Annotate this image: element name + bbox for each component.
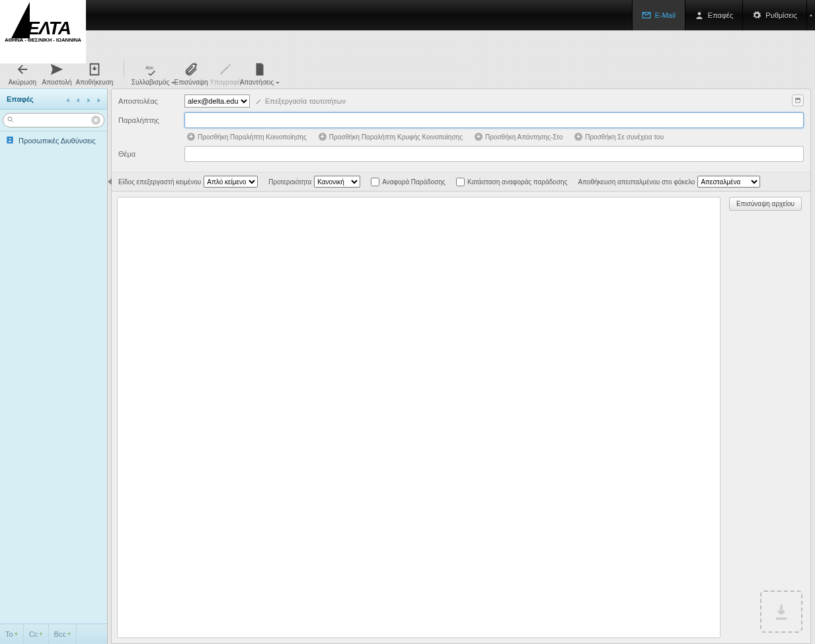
page-last-icon[interactable]: [95, 95, 103, 103]
save-sent-select[interactable]: Απεσταλμένα: [697, 176, 760, 188]
responses-button[interactable]: Απαντήσεις: [243, 61, 276, 89]
attachments-panel: Επισύναψη αρχείου: [726, 197, 805, 638]
svg-text:Abc: Abc: [145, 65, 154, 71]
subject-label: Θέμα: [118, 150, 184, 158]
compose-options-bar: Είδος επεξεργαστή κειμένου Απλό κείμενο …: [112, 172, 810, 192]
svg-text:+: +: [194, 62, 198, 68]
edit-identities-link[interactable]: Επεξεργασία ταυτοτήτων: [255, 97, 346, 105]
back-arrow-icon: [13, 61, 32, 77]
sidebar-title: Επαφές: [7, 95, 34, 103]
sidebar-header: Επαφές: [0, 89, 107, 110]
send-button[interactable]: Αποστολή: [40, 61, 73, 89]
save-icon: [85, 61, 104, 77]
from-label: Αποστολέας: [118, 97, 184, 105]
main-area: Ακύρωση Αποστολή Αποθήκευση Abc Σ: [0, 30, 815, 644]
svg-point-0: [697, 12, 701, 15]
topnav-email[interactable]: E-Mail: [632, 0, 685, 30]
svg-rect-4: [7, 137, 13, 144]
address-book-label: Προσωπικές Διυθύνσεις: [19, 137, 96, 145]
search-icon: [7, 116, 16, 125]
compose-body-row: Επισύναψη αρχείου: [112, 192, 810, 643]
address-book-item[interactable]: Προσωπικές Διυθύνσεις: [0, 131, 107, 150]
person-icon: [695, 11, 704, 20]
pencil-icon: [255, 98, 262, 105]
message-body-editor[interactable]: [117, 197, 720, 638]
delivery-report-opt[interactable]: Αναφορά Παράδοσης: [371, 178, 446, 186]
send-icon: [48, 61, 66, 77]
download-icon: [772, 602, 791, 621]
signature-button: Υπογραφή: [209, 61, 242, 89]
priority-opt: Προτεραιότητα Κανονική: [268, 176, 360, 188]
add-bcc-link[interactable]: +Προσθήκη Παραλήπτη Κρυφής Κοινοποίησης: [319, 133, 463, 141]
tab-cc[interactable]: Cc+: [24, 624, 49, 644]
collapse-options-icon[interactable]: [108, 178, 112, 185]
address-book-list: Προσωπικές Διυθύνσεις: [0, 131, 107, 624]
attachment-dropzone[interactable]: [760, 590, 802, 633]
spellcheck-icon: Abc: [144, 61, 163, 77]
page-next-icon[interactable]: [85, 95, 93, 103]
svg-rect-7: [796, 98, 800, 100]
topnav-settings-label: Ρυθμίσεις: [765, 11, 797, 19]
pen-icon: [216, 61, 235, 77]
attach-button[interactable]: + Επισύναψη: [175, 61, 208, 89]
topnav-contacts[interactable]: Επαφές: [685, 0, 742, 30]
toolbar-separator: [124, 55, 124, 82]
row-to: Παραλήπτης: [118, 112, 804, 128]
delivery-status-opt[interactable]: Κατάσταση αναφοράς παράδοσης: [456, 178, 568, 186]
plus-icon: +: [187, 133, 195, 141]
toggle-headers-icon[interactable]: [792, 94, 804, 106]
tab-bcc[interactable]: Bcc+: [49, 624, 77, 644]
topnav-settings[interactable]: Ρυθμίσεις: [742, 0, 806, 30]
paperclip-icon: +: [182, 61, 200, 77]
add-recipient-links: +Προσθήκη Παραλήπτη Κοινοποίησης +Προσθή…: [187, 133, 804, 141]
add-followup-link[interactable]: +Προσθήκη Σε συνέχεια του: [574, 133, 664, 141]
tab-to[interactable]: To+: [0, 624, 24, 644]
address-book-icon: [5, 135, 15, 146]
topnav-more-icon[interactable]: [806, 0, 815, 30]
compose-headers: Αποστολέας alex@delta.edu Επεξεργασία τα…: [112, 89, 810, 172]
page-first-icon[interactable]: [63, 95, 71, 103]
document-icon: [251, 61, 269, 77]
delivery-report-checkbox[interactable]: [371, 178, 379, 186]
top-nav: E-Mail Επαφές Ρυθμίσεις: [632, 0, 815, 30]
gear-icon: [752, 11, 761, 20]
sidebar-footer: To+ Cc+ Bcc+: [0, 624, 107, 644]
plus-icon: +: [475, 133, 483, 141]
attach-file-button[interactable]: Επισύναψη αρχείου: [729, 197, 802, 211]
to-label: Παραλήπτης: [118, 116, 184, 124]
iek-label: IEK: [52, 7, 75, 20]
editor-type-select[interactable]: Απλό κείμενο: [204, 176, 258, 188]
plus-icon: +: [319, 133, 327, 141]
add-cc-link[interactable]: +Προσθήκη Παραλήπτη Κοινοποίησης: [187, 133, 307, 141]
compose-toolbar: Ακύρωση Αποστολή Αποθήκευση Abc Σ: [0, 30, 815, 89]
from-select[interactable]: alex@delta.edu: [184, 94, 250, 108]
row-subject: Θέμα: [118, 146, 804, 162]
plus-icon: +: [574, 133, 582, 141]
row-from: Αποστολέας alex@delta.edu Επεξεργασία τα…: [118, 94, 804, 108]
save-sent-opt: Αποθήκευση απεσταλμένου στο φάκελο Απεστ…: [578, 176, 760, 188]
chevron-down-icon[interactable]: [276, 82, 280, 84]
cancel-button[interactable]: Ακύρωση: [6, 61, 39, 89]
top-bar: IEK E-Mail Επαφές Ρυθμίσεις: [0, 0, 815, 30]
clear-icon[interactable]: [91, 116, 100, 125]
compose-pane: Αποστολέας alex@delta.edu Επεξεργασία τα…: [111, 89, 811, 644]
page-prev-icon[interactable]: [74, 95, 82, 103]
subject-field[interactable]: [184, 146, 804, 162]
sidebar-pager: [63, 95, 103, 103]
sidebar-search-input[interactable]: [3, 113, 104, 127]
delivery-status-checkbox[interactable]: [456, 178, 465, 186]
mail-icon: [642, 11, 651, 20]
editor-type-opt: Είδος επεξεργαστή κειμένου Απλό κείμενο: [118, 176, 258, 188]
contacts-sidebar: Επαφές: [0, 89, 108, 644]
svg-point-3: [8, 117, 12, 121]
topnav-contacts-label: Επαφές: [708, 11, 733, 19]
spellcheck-button[interactable]: Abc Συλλαβισμός: [134, 61, 173, 89]
add-replyto-link[interactable]: +Προσθήκη Απάντησης-Στο: [475, 133, 563, 141]
topnav-email-label: E-Mail: [655, 11, 676, 19]
save-button[interactable]: Αποθήκευση: [75, 61, 114, 89]
svg-point-5: [9, 138, 11, 139]
sidebar-search-wrap: [0, 110, 107, 131]
to-field[interactable]: [184, 112, 804, 128]
priority-select[interactable]: Κανονική: [314, 176, 360, 188]
